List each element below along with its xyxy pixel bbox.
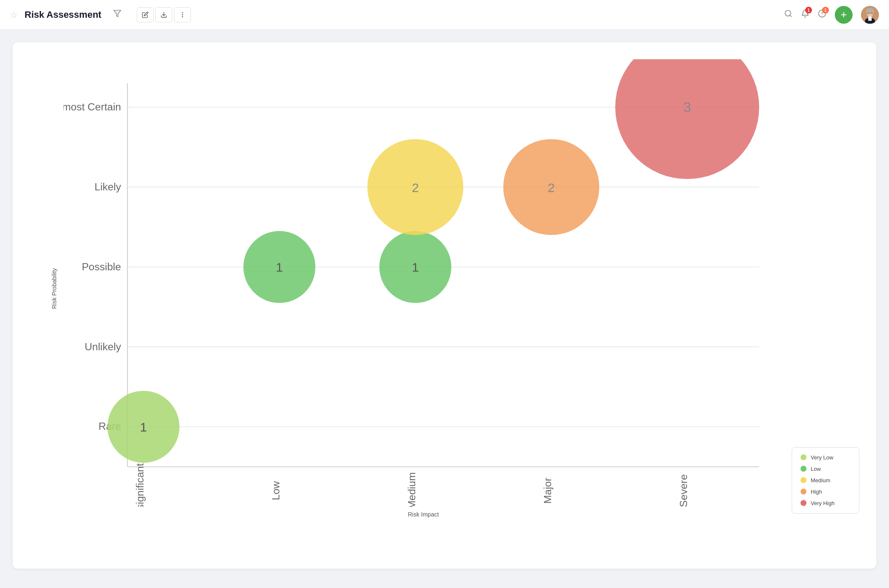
legend-label-high: High: [811, 489, 822, 495]
edit-button[interactable]: [137, 7, 154, 22]
svg-text:Insignificant: Insignificant: [134, 463, 146, 507]
search-icon[interactable]: [784, 9, 792, 20]
more-button[interactable]: [174, 7, 191, 22]
page-title: Risk Assessment: [25, 9, 101, 20]
svg-text:3: 3: [683, 99, 691, 115]
svg-text:Unlikely: Unlikely: [85, 341, 121, 352]
bubble-almost-certain-severe[interactable]: [615, 59, 759, 179]
svg-text:1: 1: [276, 260, 283, 274]
star-icon[interactable]: ☆: [10, 10, 18, 20]
svg-point-2: [182, 12, 183, 13]
chart-wrapper: Risk Probability: [30, 59, 783, 552]
legend-label-medium: Medium: [811, 477, 830, 484]
legend-item-very-low: Very Low: [801, 454, 850, 461]
svg-text:1: 1: [140, 420, 147, 434]
svg-text:2: 2: [412, 181, 419, 195]
legend-label-low: Low: [811, 466, 821, 472]
header-left: ☆ Risk Assessment: [10, 7, 784, 22]
svg-rect-18: [868, 16, 872, 21]
chart-container: Risk Probability: [30, 59, 859, 552]
legend-label-very-high: Very High: [811, 500, 834, 506]
svg-text:Possible: Possible: [82, 261, 121, 272]
legend-label-very-low: Very Low: [811, 454, 833, 461]
legend-item-low: Low: [801, 466, 850, 472]
alerts-badge: 1: [822, 7, 829, 14]
chart-legend: Very Low Low Medium High Very High: [792, 447, 859, 514]
svg-point-4: [182, 16, 183, 17]
header: ☆ Risk Assessment: [0, 0, 889, 30]
svg-text:Severe: Severe: [678, 474, 689, 507]
svg-point-12: [866, 8, 874, 12]
svg-text:Almost Certain: Almost Certain: [64, 101, 121, 113]
x-axis-label: Risk Impact: [64, 511, 783, 518]
legend-item-very-high: Very High: [801, 500, 850, 506]
avatar[interactable]: [861, 6, 879, 24]
legend-item-medium: Medium: [801, 477, 850, 484]
main-content: Risk Probability: [0, 30, 889, 588]
notifications-icon[interactable]: 1: [801, 9, 809, 20]
svg-text:Major: Major: [542, 478, 553, 503]
header-right: 1 1 +: [784, 6, 879, 24]
svg-marker-0: [114, 11, 121, 17]
svg-text:Low: Low: [270, 481, 282, 500]
legend-dot-low: [801, 466, 806, 472]
legend-item-high: High: [801, 489, 850, 495]
svg-text:2: 2: [548, 181, 555, 195]
y-axis-label: Risk Probability: [51, 268, 58, 309]
notification-badge: 1: [805, 7, 812, 14]
filter-icon[interactable]: [113, 9, 121, 20]
add-button[interactable]: +: [835, 6, 853, 24]
download-button[interactable]: [155, 7, 172, 22]
svg-text:Medium: Medium: [406, 472, 417, 506]
legend-dot-medium: [801, 477, 806, 483]
legend-dot-very-high: [801, 500, 806, 506]
legend-dot-very-low: [801, 454, 806, 460]
chart-svg: Almost Certain Likely Possible Unlikely …: [64, 59, 783, 507]
alerts-icon[interactable]: 1: [818, 9, 826, 20]
svg-point-3: [182, 14, 183, 15]
svg-line-6: [790, 15, 792, 17]
toolbar-buttons: [137, 7, 191, 22]
legend-dot-high: [801, 489, 806, 495]
svg-text:1: 1: [412, 260, 419, 274]
svg-text:Likely: Likely: [94, 181, 121, 192]
chart-card: Risk Probability: [13, 42, 876, 569]
chart-area: Risk Probability: [64, 59, 783, 518]
